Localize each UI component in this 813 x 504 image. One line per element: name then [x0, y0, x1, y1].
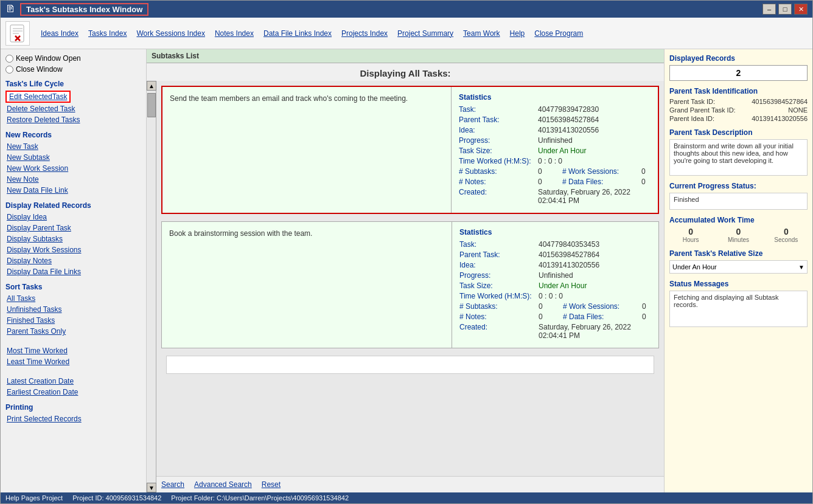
most-time-worked-link[interactable]: Most Time Worked: [5, 346, 141, 356]
close-button[interactable]: ✕: [794, 4, 808, 15]
task-1-description: Send the team members an email and track…: [162, 87, 451, 213]
new-data-file-link-link[interactable]: New Data File Link: [5, 185, 141, 195]
parent-task-label-2: Parent Task:: [459, 250, 539, 259]
maximize-button[interactable]: □: [778, 4, 792, 15]
progress-1: Unfinished: [538, 136, 573, 145]
new-note-link[interactable]: New Note: [5, 174, 141, 184]
parent-task-id-title: Parent Task Identification: [669, 87, 808, 95]
all-tasks-link[interactable]: All Tasks: [5, 294, 141, 303]
display-parent-task-link[interactable]: Display Parent Task: [5, 223, 141, 233]
display-idea-link[interactable]: Display Idea: [5, 212, 141, 222]
progress-label-2: Progress:: [459, 271, 539, 280]
display-work-sessions-link[interactable]: Display Work Sessions: [5, 245, 141, 255]
parent-task-id-1: 401563984527864: [538, 116, 599, 124]
relative-size-select[interactable]: Under An Hour ▼: [669, 260, 808, 274]
hours-label: Hours: [669, 236, 712, 243]
parent-idea-id-label: Parent Idea ID:: [669, 115, 714, 122]
reset-link[interactable]: Reset: [262, 480, 281, 489]
displayed-records-value: 2: [669, 65, 808, 81]
display-subtasks-link[interactable]: Display Subtasks: [5, 234, 141, 244]
keep-window-open-radio[interactable]: Keep Window Open: [5, 54, 141, 63]
nav-project-summary[interactable]: Project Summary: [394, 29, 457, 38]
new-work-session-link[interactable]: New Work Session: [5, 164, 141, 173]
print-selected-records-link[interactable]: Print Selected Records: [5, 414, 141, 424]
least-time-worked-link[interactable]: Least Time Worked: [5, 357, 141, 367]
seconds-col: 0 Seconds: [765, 227, 808, 243]
window-controls: – □ ✕: [762, 4, 808, 15]
task-size-label-2: Task Size:: [459, 281, 539, 290]
accumulated-work-time-section: Accumulated Work Time 0 Hours 0 Minutes …: [669, 216, 808, 243]
scroll-thumb[interactable]: [147, 93, 156, 117]
earliest-creation-date-link[interactable]: Earliest Creation Date: [5, 387, 141, 397]
parent-tasks-only-link[interactable]: Parent Tasks Only: [5, 326, 141, 336]
status-messages-title: Status Messages: [669, 280, 808, 288]
search-link[interactable]: Search: [161, 480, 184, 489]
project-id-label: Project ID:: [72, 494, 103, 502]
relative-size-value: Under An Hour: [672, 263, 717, 271]
bottom-bar: Search Advanced Search Reset: [156, 476, 664, 492]
nav-projects-index[interactable]: Projects Index: [338, 29, 391, 38]
idea-label-2: Idea:: [459, 261, 539, 269]
nav-tasks-index[interactable]: Tasks Index: [85, 29, 130, 38]
vertical-scrollbar[interactable]: ▲ ▼: [147, 81, 156, 492]
task-row-1[interactable]: Send the team members an email and track…: [161, 86, 659, 214]
seconds-value: 0: [765, 227, 808, 236]
restore-deleted-tasks-link[interactable]: Restore Deleted Tasks: [5, 115, 141, 125]
subtasks-count-2: 0: [539, 302, 563, 311]
task-label-1: Task:: [459, 105, 538, 114]
idea-id-1: 401391413020556: [538, 126, 599, 134]
displayed-records-title: Displayed Records: [669, 54, 808, 63]
parent-task-label-1: Parent Task:: [459, 116, 538, 124]
nav-notes-index[interactable]: Notes Index: [211, 29, 257, 38]
task-row-2[interactable]: Book a brainstorming session with the te…: [161, 221, 659, 348]
work-sessions-label-1: # Work Sessions:: [562, 167, 641, 176]
display-data-file-links-link[interactable]: Display Data File Links: [5, 267, 141, 277]
sidebar: Keep Window Open Close Window Task's Lif…: [1, 49, 147, 492]
new-task-link[interactable]: New Task: [5, 142, 141, 151]
parent-task-desc-title: Parent Task Description: [669, 128, 808, 137]
nav-data-file-links-index[interactable]: Data File Links Index: [260, 29, 335, 38]
nav-team-work[interactable]: Team Work: [459, 29, 503, 38]
display-notes-link[interactable]: Display Notes: [5, 256, 141, 266]
scroll-up-button[interactable]: ▲: [147, 81, 156, 91]
right-panel: Displayed Records 2 Parent Task Identifi…: [664, 49, 812, 492]
parent-task-id-value: 401563984527864: [752, 98, 808, 105]
relative-size-title: Parent Task's Relative Size: [669, 249, 808, 258]
task-1-stats: Statistics Task: 404779839472830 Parent …: [451, 87, 658, 213]
nav-close-program[interactable]: Close Program: [531, 29, 587, 38]
accumulated-work-time-title: Accumulated Work Time: [669, 216, 808, 224]
nav-help[interactable]: Help: [506, 29, 529, 38]
finished-tasks-link[interactable]: Finished Tasks: [5, 316, 141, 325]
minutes-label: Minutes: [717, 236, 759, 243]
data-files-label-2: # Data Files:: [563, 312, 642, 321]
close-window-label[interactable]: Close Window: [16, 65, 63, 74]
delete-selected-task-link[interactable]: Delete Selected Task: [5, 104, 141, 114]
data-files-count-1: 0: [641, 178, 646, 186]
scroll-down-button[interactable]: ▼: [147, 483, 156, 492]
minutes-value: 0: [717, 227, 759, 236]
current-progress-title: Current Progress Status:: [669, 182, 808, 190]
nav-ideas-index[interactable]: Ideas Index: [37, 29, 82, 38]
printing-title: Printing: [5, 403, 141, 412]
new-subtask-link[interactable]: New Subtask: [5, 153, 141, 162]
time-worked-2: 0 : 0 : 0: [539, 292, 563, 300]
title-bar: 🖹 Task's Subtasks Index Window – □ ✕: [1, 1, 812, 18]
status-message-value: Fetching and displaying all Subtask reco…: [669, 291, 808, 327]
hours-value: 0: [669, 227, 712, 236]
new-records-title: New Records: [5, 131, 141, 139]
unfinished-tasks-link[interactable]: Unfinished Tasks: [5, 305, 141, 314]
keep-window-open-label[interactable]: Keep Window Open: [16, 54, 81, 63]
created-2: Saturday, February 26, 2022 02:04:41 PM: [539, 323, 651, 340]
latest-creation-date-link[interactable]: Latest Creation Date: [5, 376, 141, 386]
advanced-search-link[interactable]: Advanced Search: [194, 480, 252, 489]
subtasks-count-1: 0: [538, 167, 562, 176]
work-sessions-label-2: # Work Sessions:: [563, 302, 642, 311]
grand-parent-task-id-value: NONE: [788, 106, 808, 114]
close-window-radio[interactable]: Close Window: [5, 65, 141, 74]
notes-count-1: 0: [538, 178, 562, 186]
minimize-button[interactable]: –: [762, 4, 776, 15]
task-size-label-1: Task Size:: [459, 147, 538, 155]
lifecycle-title: Task's Life Cycle: [5, 80, 141, 88]
nav-work-sessions-index[interactable]: Work Sessions Index: [133, 29, 209, 38]
edit-selected-task-link[interactable]: Edit SelectedTask: [5, 91, 71, 103]
